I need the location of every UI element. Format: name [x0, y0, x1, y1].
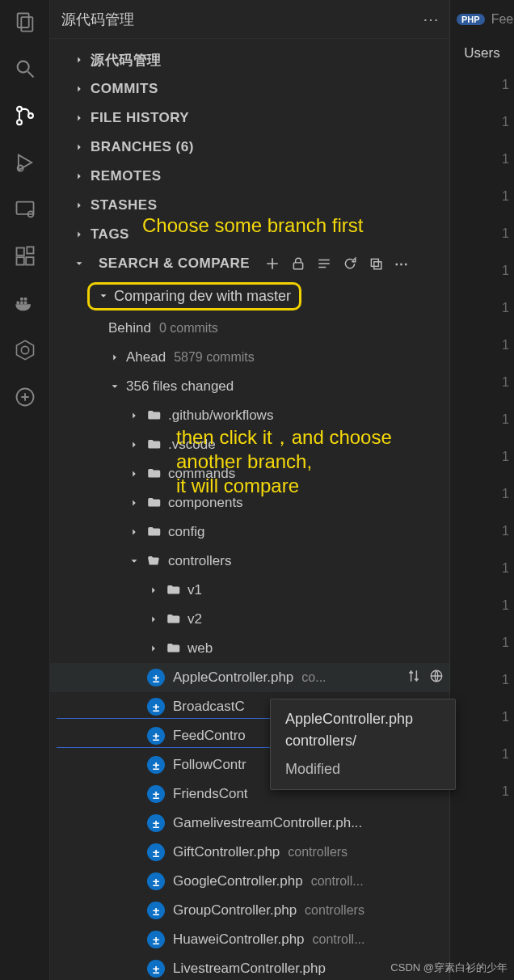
tooltip-dir: controllers/ [285, 733, 440, 750]
file-row[interactable]: ±HuaweiController.phpcontroll... [50, 925, 450, 954]
section-scm[interactable]: 源代码管理 [50, 45, 450, 74]
folder-label: v1 [187, 582, 202, 598]
svg-rect-12 [26, 257, 33, 264]
folder-row[interactable]: web [50, 634, 450, 663]
folder-row[interactable]: .github/workflows [50, 401, 450, 430]
section-remotes[interactable]: REMOTES [50, 162, 450, 191]
section-file-history[interactable]: FILE HISTORY [50, 103, 450, 133]
svg-rect-8 [16, 202, 33, 214]
folder-row[interactable]: config [50, 517, 450, 547]
file-dir: controll... [311, 874, 364, 889]
sidebar-title: 源代码管理 [61, 10, 134, 29]
chevron-right-icon [73, 228, 86, 241]
folder-row[interactable]: .vscode [50, 430, 450, 459]
section-commits[interactable]: COMMITS [50, 74, 450, 103]
activity-other-icon[interactable] [13, 385, 37, 409]
remote-explorer-icon[interactable] [13, 197, 37, 222]
chevron-right-icon [73, 112, 86, 125]
svg-point-6 [28, 113, 33, 118]
file-dir: controllers [305, 903, 364, 918]
run-debug-icon[interactable] [13, 150, 37, 175]
compare-icon[interactable] [407, 669, 421, 687]
folder-row[interactable]: commands [50, 459, 450, 488]
svg-rect-15 [20, 302, 23, 305]
folder-row[interactable]: components [50, 488, 450, 517]
list-icon[interactable] [316, 256, 332, 272]
modified-badge-icon: ± [147, 902, 165, 919]
svg-point-2 [17, 61, 28, 73]
source-control-sidebar: 源代码管理 ⋯ 源代码管理 COMMITS FILE HISTORY BRANC… [50, 0, 450, 980]
hover-tooltip: AppleController.php controllers/ Modifie… [270, 699, 456, 790]
selection-indicator [57, 747, 273, 748]
files-changed-row[interactable]: 356 files changed [50, 372, 450, 401]
file-name: FollowContr [173, 757, 246, 773]
copy-icon[interactable] [368, 256, 384, 272]
file-row[interactable]: ±GoogleController.phpcontroll... [50, 867, 450, 896]
section-stashes[interactable]: STASHES [50, 191, 450, 220]
behind-row[interactable]: Behind 0 commits [50, 314, 450, 343]
chevron-down-icon [73, 257, 86, 270]
breadcrumb[interactable]: Users [450, 39, 514, 68]
folder-label: .vscode [168, 437, 216, 453]
more-actions-icon[interactable]: ⋯ [423, 10, 439, 29]
folder-label: web [187, 640, 213, 657]
globe-icon[interactable] [429, 669, 444, 687]
file-name: LivestreamController.php [173, 961, 326, 977]
more-icon[interactable]: ⋯ [394, 256, 410, 272]
svg-rect-23 [372, 259, 379, 266]
file-dir: controllers [288, 845, 348, 860]
svg-rect-11 [16, 257, 23, 264]
folder-label: v2 [187, 611, 202, 627]
svg-rect-16 [23, 302, 27, 305]
svg-point-20 [21, 346, 28, 353]
editor-area: PHP Fee Users 11111111111111111111 [449, 0, 514, 980]
folder-icon [165, 611, 181, 627]
section-search-compare[interactable]: SEARCH & COMPARE ⋯ [50, 249, 450, 278]
folder-icon [145, 437, 162, 453]
extensions-icon[interactable] [13, 244, 37, 268]
explorer-icon[interactable] [13, 10, 37, 34]
file-row[interactable]: ±GiftController.phpcontrollers [50, 838, 450, 867]
folder-row[interactable]: v2 [50, 605, 450, 634]
folder-controllers[interactable]: controllers [50, 547, 450, 576]
ahead-row[interactable]: Ahead 5879 commits [50, 343, 450, 372]
svg-line-3 [27, 72, 33, 78]
section-tags[interactable]: TAGS [50, 220, 450, 249]
modified-badge-icon: ± [147, 756, 165, 774]
svg-rect-13 [27, 247, 33, 253]
section-branches[interactable]: BRANCHES (6) [50, 133, 450, 162]
file-name: GiftController.php [173, 844, 280, 860]
chevron-right-icon [108, 351, 121, 364]
compare-header-row[interactable]: Comparing dev with master [50, 278, 450, 314]
file-name: FriendsCont [173, 786, 248, 802]
chevron-right-icon [128, 409, 141, 422]
modified-badge-icon: ± [147, 843, 165, 861]
modified-badge-icon: ± [147, 872, 165, 890]
docker-icon[interactable] [13, 291, 37, 315]
editor-tab[interactable]: PHP Fee [450, 0, 514, 39]
file-name: HuaweiController.php [173, 931, 305, 948]
svg-rect-18 [23, 298, 27, 301]
lock-icon[interactable] [290, 256, 306, 272]
modified-badge-icon: ± [147, 698, 165, 716]
file-row[interactable]: ±GamelivestreamController.ph... [50, 809, 450, 838]
folder-row[interactable]: v1 [50, 576, 450, 605]
scm-tree: 源代码管理 COMMITS FILE HISTORY BRANCHES (6) … [50, 39, 450, 980]
modified-badge-icon: ± [147, 727, 165, 745]
source-control-icon[interactable] [13, 103, 37, 128]
selection-indicator [57, 718, 273, 719]
svg-rect-0 [17, 14, 28, 28]
kubernetes-icon[interactable] [13, 338, 37, 362]
refresh-icon[interactable] [342, 256, 358, 272]
chevron-down-icon [128, 555, 141, 568]
folder-label: config [168, 524, 204, 540]
svg-rect-24 [374, 262, 381, 269]
file-row[interactable]: ±GroupController.phpcontrollers [50, 896, 450, 925]
file-row[interactable]: ±AppleController.phpco... [50, 663, 450, 692]
search-icon[interactable] [13, 57, 37, 81]
plus-icon[interactable] [264, 256, 280, 272]
chevron-right-icon [147, 613, 160, 626]
tooltip-filename: AppleController.php [285, 711, 440, 728]
file-name: GamelivestreamController.ph... [173, 815, 362, 831]
chevron-down-icon [108, 380, 121, 393]
